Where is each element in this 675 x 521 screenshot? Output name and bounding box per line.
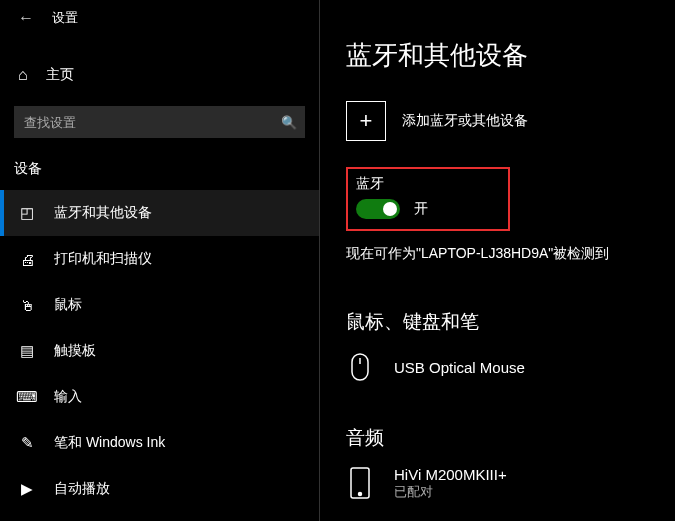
sidebar-item-home[interactable]: ⌂ 主页: [0, 54, 319, 96]
keyboard-icon: ⌨: [18, 388, 36, 406]
sidebar-item-bluetooth[interactable]: ◰ 蓝牙和其他设备: [0, 190, 319, 236]
sidebar-item-label: 蓝牙和其他设备: [54, 204, 152, 222]
svg-rect-0: [352, 354, 368, 380]
bluetooth-toggle-block: 蓝牙 开: [346, 167, 510, 231]
bluetooth-state: 开: [414, 200, 428, 218]
bluetooth-label: 蓝牙: [356, 175, 428, 193]
search-input[interactable]: [24, 115, 281, 130]
sidebar-item-label: 触摸板: [54, 342, 96, 360]
home-label: 主页: [46, 66, 74, 84]
back-icon[interactable]: ←: [18, 9, 34, 27]
bluetooth-toggle[interactable]: [356, 199, 400, 219]
device-row-mouse[interactable]: USB Optical Mouse: [346, 349, 675, 385]
autoplay-icon: ▶: [18, 480, 36, 498]
phone-device-icon: [346, 465, 374, 501]
audio-title: 音频: [346, 425, 675, 451]
device-name: HiVi M200MKIII+: [394, 466, 507, 483]
pen-icon: ✎: [18, 434, 36, 452]
page-title: 蓝牙和其他设备: [346, 38, 675, 73]
sidebar-item-mouse[interactable]: 🖱 鼠标: [0, 282, 319, 328]
add-device-label: 添加蓝牙或其他设备: [402, 112, 528, 130]
plus-icon: +: [346, 101, 386, 141]
sidebar-item-printers[interactable]: 🖨 打印机和扫描仪: [0, 236, 319, 282]
discoverable-text: 现在可作为"LAPTOP-LJ38HD9A"被检测到: [346, 245, 675, 263]
sidebar-item-label: 笔和 Windows Ink: [54, 434, 165, 452]
sidebar-item-touchpad[interactable]: ▤ 触摸板: [0, 328, 319, 374]
search-icon[interactable]: 🔍: [281, 115, 297, 130]
svg-point-3: [359, 493, 362, 496]
mouse-icon: 🖱: [18, 297, 36, 314]
sidebar-item-label: 鼠标: [54, 296, 82, 314]
sidebar-item-autoplay[interactable]: ▶ 自动播放: [0, 466, 319, 512]
sidebar-item-label: 自动播放: [54, 480, 110, 498]
bluetooth-icon: ◰: [18, 204, 36, 222]
sidebar-item-label: 打印机和扫描仪: [54, 250, 152, 268]
mouse-device-icon: [346, 349, 374, 385]
sidebar-item-pen[interactable]: ✎ 笔和 Windows Ink: [0, 420, 319, 466]
header-title: 设置: [52, 9, 78, 27]
touchpad-icon: ▤: [18, 342, 36, 360]
section-label: 设备: [0, 138, 319, 190]
home-icon: ⌂: [18, 66, 28, 84]
sidebar-item-input[interactable]: ⌨ 输入: [0, 374, 319, 420]
mouse-kb-title: 鼠标、键盘和笔: [346, 309, 675, 335]
printer-icon: 🖨: [18, 251, 36, 268]
device-status: 已配对: [394, 483, 507, 501]
sidebar-item-label: 输入: [54, 388, 82, 406]
search-box[interactable]: 🔍: [14, 106, 305, 138]
device-name: USB Optical Mouse: [394, 359, 525, 376]
device-row-audio[interactable]: HiVi M200MKIII+ 已配对: [346, 465, 675, 501]
add-device-button[interactable]: + 添加蓝牙或其他设备: [346, 101, 675, 141]
